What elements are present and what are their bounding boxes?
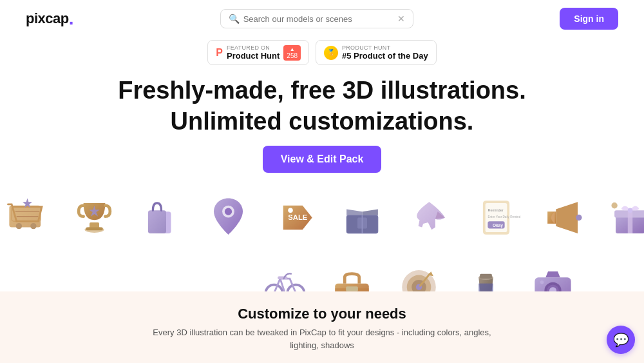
headline-line2: Unlimited customizations.	[171, 108, 474, 135]
hero-section: Freshly-made, free 3D illustrations. Unl…	[0, 65, 644, 179]
list-item	[0, 187, 59, 248]
list-item: SALE	[263, 187, 327, 248]
svg-point-28	[576, 215, 582, 221]
svg-rect-9	[86, 228, 102, 231]
svg-point-14	[224, 208, 231, 215]
customize-title: Customize to your needs	[26, 306, 618, 322]
list-item	[598, 187, 644, 248]
product-hunt-logo: P	[216, 47, 223, 59]
search-bar[interactable]: 🔍 ✕	[220, 9, 413, 28]
medal-icon: 🥇	[324, 46, 338, 60]
list-item: Reminder Enter Your Daily Reminder Here.…	[464, 187, 528, 248]
badge-product-text-group: PRODUCT HUNT #5 Product of the Day	[342, 44, 428, 61]
icons-row-1: SALE	[0, 187, 644, 248]
chat-bubble-button[interactable]: 💬	[607, 326, 635, 354]
badge-ph-name: Product Hunt	[227, 51, 279, 61]
svg-point-32	[627, 208, 632, 213]
logo[interactable]: pixcap.	[26, 10, 73, 28]
svg-text:Reminder: Reminder	[488, 208, 503, 212]
search-input[interactable]	[243, 14, 397, 24]
badge-text: FEATURED ON Product Hunt	[227, 44, 279, 61]
bottom-section: Customize to your needs Every 3D illustr…	[0, 291, 644, 363]
count-arrow-icon: ▲	[290, 46, 295, 52]
svg-text:Okay: Okay	[492, 223, 502, 228]
desc-line1: Every 3D illustration can be tweaked in …	[153, 328, 491, 337]
svg-point-16	[288, 208, 293, 213]
badge-featured-label: FEATURED ON	[227, 44, 279, 51]
list-item	[330, 187, 394, 248]
search-icon: 🔍	[229, 14, 240, 24]
svg-point-2	[30, 223, 36, 229]
svg-rect-39	[278, 276, 287, 279]
list-item	[62, 187, 126, 248]
sign-in-button[interactable]: Sign in	[560, 8, 618, 30]
search-clear-icon[interactable]: ✕	[397, 14, 405, 24]
logo-dot: .	[69, 10, 73, 28]
product-of-day-badge[interactable]: 🥇 PRODUCT HUNT #5 Product of the Day	[316, 40, 437, 65]
svg-rect-12	[147, 210, 166, 233]
hero-headline: Freshly-made, free 3D illustrations. Unl…	[13, 75, 631, 137]
badge-product-of-day: #5 Product of the Day	[342, 51, 428, 61]
svg-rect-42	[346, 286, 358, 291]
svg-point-57	[540, 280, 544, 284]
chat-icon: 💬	[613, 332, 629, 348]
badges-row: P FEATURED ON Product Hunt ▲ 258 🥇 PRODU…	[0, 40, 644, 65]
svg-point-1	[15, 223, 21, 229]
logo-text: pixcap	[26, 10, 69, 27]
headline-line1: Freshly-made, free 3D illustrations.	[118, 77, 526, 104]
desc-line2: lighting, shadows	[290, 340, 354, 350]
view-edit-pack-button[interactable]: View & Edit Pack	[263, 146, 382, 173]
svg-rect-31	[627, 210, 632, 233]
badge-count: ▲ 258	[283, 45, 301, 61]
badge-ph-label: PRODUCT HUNT	[342, 44, 428, 51]
customize-description: Every 3D illustration can be tweaked in …	[26, 326, 618, 351]
svg-text:Enter Your Daily Reminder Here: Enter Your Daily Reminder Here...	[488, 215, 520, 219]
svg-point-33	[611, 202, 617, 208]
list-item	[196, 187, 260, 248]
list-item	[397, 187, 461, 248]
list-item	[531, 187, 595, 248]
product-hunt-badge[interactable]: P FEATURED ON Product Hunt ▲ 258	[207, 40, 309, 65]
svg-text:SALE: SALE	[288, 213, 308, 221]
svg-rect-21	[357, 218, 367, 229]
svg-rect-50	[480, 274, 492, 279]
count-number: 258	[287, 52, 298, 59]
list-item	[129, 187, 193, 248]
svg-rect-52	[478, 284, 493, 292]
header: pixcap. 🔍 ✕ Sign in	[0, 0, 644, 37]
